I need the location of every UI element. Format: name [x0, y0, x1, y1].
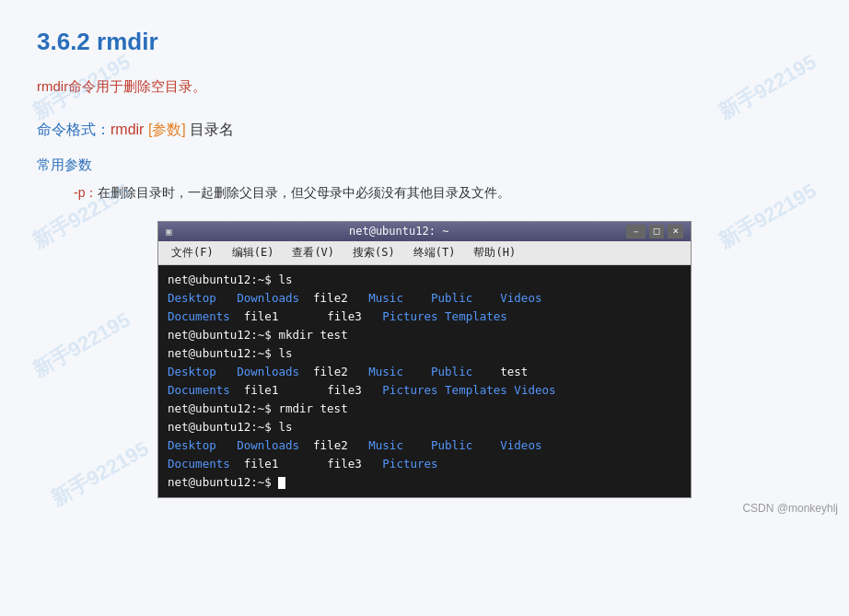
restore-icon[interactable]: □ — [649, 225, 665, 238]
terminal-line-4: net@ubuntu12:~$ mkdir test — [168, 326, 681, 344]
terminal-cursor — [278, 477, 285, 489]
terminal-line-9: net@ubuntu12:~$ ls — [168, 418, 681, 436]
terminal-line-10: Desktop Downloads file2 Music Public Vid… — [168, 436, 681, 455]
param-p-flag: -p： — [74, 185, 98, 200]
terminal-body: net@ubuntu12:~$ ls Desktop Downloads fil… — [158, 265, 691, 497]
menu-view[interactable]: 查看(V) — [283, 243, 343, 262]
terminal-line-1: net@ubuntu12:~$ ls — [168, 271, 681, 289]
param-p-desc: 在删除目录时，一起删除父目录，但父母录中必须没有其他目录及文件。 — [98, 185, 510, 200]
terminal-icon-left: ▣ — [166, 226, 172, 238]
terminal-window: ▣ net@ubuntu12: ~ － □ ✕ 文件(F) 编辑(E) 查看(V… — [157, 221, 692, 498]
terminal-title: net@ubuntu12: ~ — [172, 225, 626, 238]
terminal-titlebar: ▣ net@ubuntu12: ~ － □ ✕ — [158, 222, 691, 241]
format-cmd: rmdir — [110, 122, 144, 137]
terminal-wrapper: ▣ net@ubuntu12: ~ － □ ✕ 文件(F) 编辑(E) 查看(V… — [37, 221, 812, 498]
menu-terminal[interactable]: 终端(T) — [404, 243, 465, 262]
format-target: 目录名 — [190, 122, 234, 137]
minimize-icon[interactable]: － — [626, 225, 645, 238]
terminal-line-7: Documents file1 file3 Pictures Templates… — [168, 381, 681, 400]
close-icon[interactable]: ✕ — [668, 225, 683, 238]
terminal-line-3: Documents file1 file3 Pictures Templates — [168, 308, 681, 326]
terminal-controls: － □ ✕ — [626, 225, 683, 238]
terminal-line-cursor: net@ubuntu12:~$ — [168, 473, 681, 492]
terminal-line-11: Documents file1 file3 Pictures — [168, 455, 681, 473]
menu-help[interactable]: 帮助(H) — [464, 243, 525, 262]
terminal-line-5: net@ubuntu12:~$ ls — [168, 344, 681, 363]
menu-search[interactable]: 搜索(S) — [343, 243, 404, 262]
format-bracket: [参数] — [148, 122, 186, 137]
terminal-menubar: 文件(F) 编辑(E) 查看(V) 搜索(S) 终端(T) 帮助(H) — [158, 241, 691, 265]
menu-file[interactable]: 文件(F) — [162, 243, 223, 262]
page-title: 3.6.2 rmdir — [37, 28, 812, 56]
csdn-credit: CSDN @monkeyhlj — [742, 502, 838, 515]
format-section: 命令格式：rmdir [参数] 目录名 — [37, 121, 812, 140]
terminal-line-8: net@ubuntu12:~$ rmdir test — [168, 400, 681, 418]
terminal-line-6: Desktop Downloads file2 Music Public tes… — [168, 363, 681, 381]
format-label: 命令格式： — [37, 122, 110, 137]
terminal-line-2: Desktop Downloads file2 Music Public Vid… — [168, 289, 681, 308]
intro-text: rmdir命令用于删除空目录。 — [37, 75, 812, 99]
param-p: -p：在删除目录时，一起删除父目录，但父母录中必须没有其他目录及文件。 — [37, 181, 812, 204]
params-header: 常用参数 — [37, 157, 812, 174]
menu-edit[interactable]: 编辑(E) — [223, 243, 284, 262]
